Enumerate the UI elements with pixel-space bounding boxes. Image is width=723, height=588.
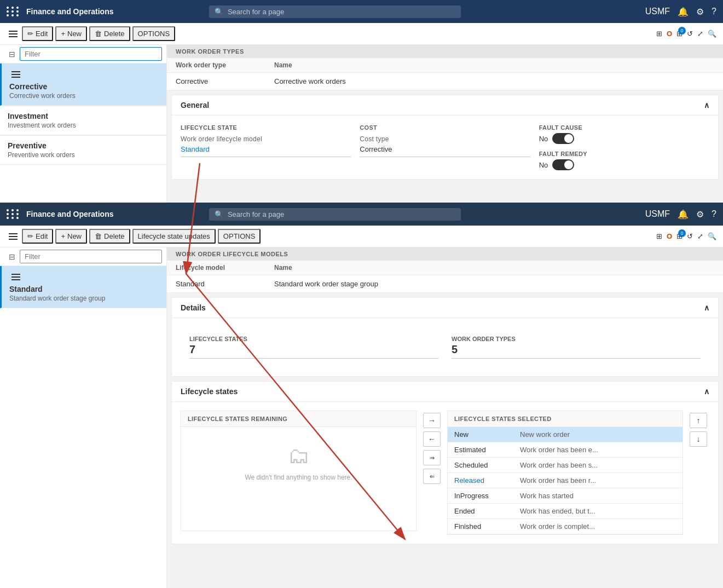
arrow-left-all-button[interactable]: ⇐ bbox=[423, 469, 441, 484]
top-delete-button[interactable]: 🗑 Delete bbox=[89, 26, 130, 41]
top-list-item-investment[interactable]: Investment Investment work orders bbox=[0, 106, 166, 135]
top-list-item-preventive[interactable]: Preventive Preventive work orders bbox=[0, 136, 166, 165]
bottom-bell-icon[interactable]: 🔔 bbox=[678, 209, 689, 220]
top-bell-icon[interactable]: 🔔 bbox=[678, 7, 689, 17]
arrow-right-all-button[interactable]: ⇒ bbox=[423, 450, 441, 465]
bottom-new-button[interactable]: + New bbox=[55, 229, 87, 244]
delete-icon-top: 🗑 bbox=[95, 30, 102, 38]
top-cmd-right: ⊞ O ⊞ 0 ↺ ⤢ 🔍 bbox=[656, 30, 716, 38]
top-expand-icon[interactable]: ⤢ bbox=[697, 30, 703, 38]
lc-empty-text: We didn't find anything to show here. bbox=[245, 474, 352, 481]
edit-icon-top: ✏ bbox=[27, 30, 33, 38]
bottom-search-bar[interactable]: 🔍 bbox=[209, 208, 461, 221]
top-options-button[interactable]: OPTIONS bbox=[132, 26, 176, 41]
bottom-lifecycle-button[interactable]: Lifecycle state updates bbox=[132, 229, 216, 244]
bottom-details-body: Lifecycle states 7 Work order types 5 bbox=[172, 318, 718, 376]
delete-icon-bottom: 🗑 bbox=[95, 232, 102, 240]
edit-icon-bottom: ✏ bbox=[27, 232, 33, 240]
top-search-bar[interactable]: 🔍 bbox=[209, 5, 461, 18]
bottom-filter-input[interactable] bbox=[20, 250, 162, 263]
top-gear-icon[interactable]: ⚙ bbox=[696, 7, 704, 17]
lc-empty-state: 🗂 We didn't find anything to show here. bbox=[181, 427, 416, 498]
top-table-col1-header: Work order type bbox=[176, 61, 274, 69]
top-filter-row: ⊟ bbox=[0, 45, 166, 64]
bottom-search-icon2[interactable]: 🔍 bbox=[708, 232, 716, 240]
arrow-left-button[interactable]: ← bbox=[423, 431, 441, 447]
bottom-table-col2-header: Name bbox=[274, 264, 714, 272]
bottom-details-header[interactable]: Details ∧ bbox=[172, 298, 718, 318]
lc-row-new[interactable]: New New work order bbox=[448, 427, 682, 442]
top-refresh-icon[interactable]: ↺ bbox=[687, 30, 693, 38]
bottom-list-item-standard[interactable]: Standard Standard work order stage group bbox=[0, 266, 166, 308]
bottom-options-button[interactable]: OPTIONS bbox=[218, 229, 261, 244]
bottom-lifecycle-states-header[interactable]: Lifecycle states ∧ bbox=[172, 382, 718, 402]
plus-icon-bottom: + bbox=[61, 232, 65, 240]
bottom-section-header: WORK ORDER LIFECYCLE MODELS bbox=[167, 247, 723, 261]
lc-col1-new: New bbox=[454, 430, 520, 439]
lc-col1-scheduled: Scheduled bbox=[454, 461, 520, 469]
move-up-button[interactable]: ↑ bbox=[690, 413, 707, 428]
top-user-label: USMF bbox=[645, 7, 670, 16]
bottom-edit-button[interactable]: ✏ Edit bbox=[22, 229, 53, 244]
top-item-investment-title: Investment bbox=[8, 112, 159, 120]
top-fault-remedy-group: Fault remedy No bbox=[539, 151, 709, 170]
top-fault-cause-toggle[interactable]: No bbox=[539, 133, 709, 144]
top-table-row[interactable]: Corrective Corrective work orders bbox=[167, 73, 723, 90]
top-search-icon2[interactable]: 🔍 bbox=[708, 30, 716, 38]
bottom-notification-wrapper: ⊞ 0 bbox=[676, 232, 682, 240]
apps-grid-icon[interactable] bbox=[7, 7, 20, 16]
top-search-input[interactable] bbox=[228, 8, 455, 16]
fault-remedy-toggle-track[interactable] bbox=[552, 159, 574, 170]
standard-link[interactable]: Standard bbox=[181, 145, 210, 153]
chevron-up-icon-lc: ∧ bbox=[704, 387, 709, 396]
bottom-refresh-icon[interactable]: ↺ bbox=[687, 232, 693, 240]
lc-row-scheduled[interactable]: Scheduled Work order has been s... bbox=[448, 458, 682, 473]
bottom-filter-icon[interactable]: ⊟ bbox=[4, 250, 20, 263]
bottom-table-row[interactable]: Standard Standard work order stage group bbox=[167, 275, 723, 293]
lifecycle-states-value: 7 bbox=[189, 343, 438, 359]
top-cost-label: COST bbox=[360, 124, 530, 131]
fault-cause-toggle-track[interactable] bbox=[552, 133, 574, 144]
top-new-button[interactable]: + New bbox=[55, 26, 87, 41]
top-grid-icon[interactable]: ⊞ bbox=[656, 30, 662, 38]
bottom-office-icon[interactable]: O bbox=[667, 232, 672, 240]
lc-row-finished[interactable]: Finished Work order is complet... bbox=[448, 519, 682, 534]
top-screen: Finance and Operations 🔍 USMF 🔔 ⚙ ? ✏ Ed… bbox=[0, 0, 723, 203]
lc-row-ended[interactable]: Ended Work has ended, but t... bbox=[448, 504, 682, 519]
hamburger-menu-bottom[interactable] bbox=[7, 231, 20, 242]
lc-col1-released[interactable]: Released bbox=[454, 476, 520, 485]
lc-selected-panel: LIFECYCLE STATES SELECTED New New work o… bbox=[447, 411, 683, 535]
arrow-right-button[interactable]: → bbox=[423, 413, 441, 428]
top-fault-group: Fault cause No Fault reme bbox=[539, 124, 709, 170]
top-left-panel: ⊟ Corrective Corrective work orders Inve… bbox=[0, 45, 167, 203]
top-office-icon[interactable]: O bbox=[667, 30, 672, 38]
top-general-card: General ∧ LIFECYCLE STATE Work order lif… bbox=[171, 95, 719, 180]
top-list-item-corrective[interactable]: Corrective Corrective work orders bbox=[0, 64, 166, 106]
bottom-grid-icon[interactable]: ⊞ bbox=[656, 232, 662, 240]
move-down-button[interactable]: ↓ bbox=[690, 431, 707, 447]
top-fault-remedy-toggle[interactable]: No bbox=[539, 159, 709, 170]
bottom-delete-button[interactable]: 🗑 Delete bbox=[89, 229, 130, 244]
lifecycle-states-label: Lifecycle states bbox=[189, 336, 438, 342]
top-help-icon[interactable]: ? bbox=[712, 7, 716, 16]
lc-row-inprogress[interactable]: InProgress Work has started bbox=[448, 488, 682, 504]
top-table-cell-type: Corrective bbox=[176, 77, 274, 85]
lc-row-estimated[interactable]: Estimated Work order has been e... bbox=[448, 442, 682, 458]
bottom-help-icon[interactable]: ? bbox=[712, 209, 716, 219]
lc-selected-table: New New work order Estimated Work order … bbox=[448, 427, 682, 534]
top-general-header[interactable]: General ∧ bbox=[172, 95, 718, 116]
bottom-apps-grid-icon[interactable] bbox=[7, 209, 20, 219]
bottom-gear-icon[interactable]: ⚙ bbox=[696, 209, 704, 220]
drag-handle-corrective bbox=[9, 69, 159, 80]
bottom-expand-icon[interactable]: ⤢ bbox=[697, 232, 703, 240]
top-edit-button[interactable]: ✏ Edit bbox=[22, 26, 53, 41]
bottom-screen: Finance and Operations 🔍 USMF 🔔 ⚙ ? ✏ Ed… bbox=[0, 203, 723, 588]
top-filter-icon[interactable]: ⊟ bbox=[4, 48, 20, 61]
top-nav-bar: Finance and Operations 🔍 USMF 🔔 ⚙ ? bbox=[0, 0, 723, 23]
hamburger-menu-top[interactable] bbox=[7, 28, 20, 39]
bottom-search-input[interactable] bbox=[228, 210, 455, 218]
bottom-table-col1-header: Lifecycle model bbox=[176, 264, 274, 272]
search-icon-top: 🔍 bbox=[215, 8, 223, 16]
top-filter-input[interactable] bbox=[20, 47, 162, 61]
lc-row-released[interactable]: Released Work order has been r... bbox=[448, 473, 682, 488]
